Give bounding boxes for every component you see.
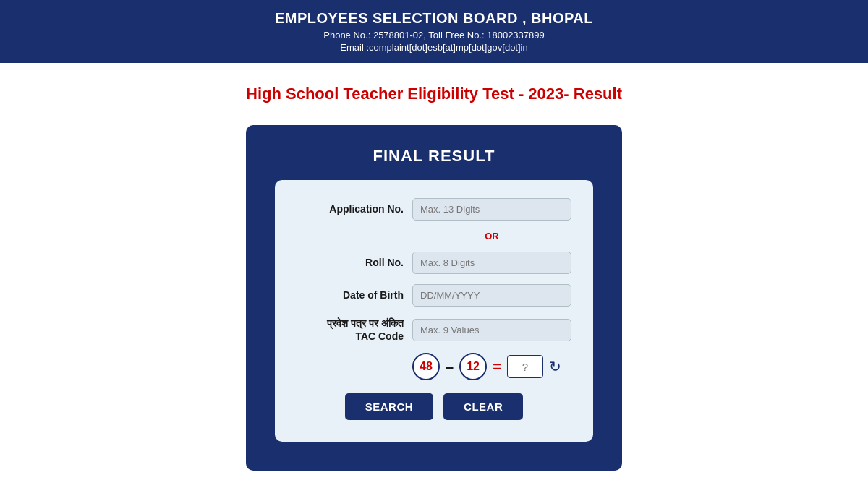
tac-label: प्रवेश पत्र पर अंकित TAC Code xyxy=(297,317,412,343)
captcha-num1: 48 xyxy=(412,353,440,380)
form-card-outer: FINAL RESULT Application No. OR Roll No.… xyxy=(246,125,622,471)
org-title: EMPLOYEES SELECTION BOARD , BHOPAL xyxy=(14,10,854,27)
application-label: Application No. xyxy=(297,202,412,215)
phone-info: Phone No.: 2578801-02, Toll Free No.: 18… xyxy=(14,30,854,40)
roll-label: Roll No. xyxy=(297,256,412,269)
roll-row: Roll No. xyxy=(297,252,571,274)
application-input[interactable] xyxy=(412,198,571,221)
dob-label: Date of Birth xyxy=(297,288,412,301)
captcha-operator: – xyxy=(446,359,454,375)
search-button[interactable]: SEARCH xyxy=(345,393,433,420)
tac-row: प्रवेश पत्र पर अंकित TAC Code xyxy=(297,317,571,343)
roll-input[interactable] xyxy=(412,252,571,274)
button-row: SEARCH CLEAR xyxy=(297,393,571,420)
captcha-answer-input[interactable] xyxy=(507,355,543,378)
application-row: Application No. xyxy=(297,198,571,221)
captcha-refresh-icon[interactable]: ↻ xyxy=(549,358,561,375)
form-card-title: FINAL RESULT xyxy=(275,147,593,166)
captcha-equals: = xyxy=(493,359,501,375)
email-info: Email :complaint[dot]esb[at]mp[dot]gov[d… xyxy=(14,42,854,53)
main-content: High School Teacher Eligibility Test - 2… xyxy=(0,63,868,485)
dob-row: Date of Birth xyxy=(297,284,571,307)
dob-input[interactable] xyxy=(412,284,571,307)
captcha-row: 48 – 12 = ↻ xyxy=(297,353,571,380)
or-text: OR xyxy=(412,231,571,241)
form-card-inner: Application No. OR Roll No. Date of Birt… xyxy=(275,180,593,442)
captcha-num2: 12 xyxy=(459,353,487,380)
page-header: EMPLOYEES SELECTION BOARD , BHOPAL Phone… xyxy=(0,0,868,63)
page-title: High School Teacher Eligibility Test - 2… xyxy=(246,85,622,103)
tac-input[interactable] xyxy=(412,319,571,341)
clear-button[interactable]: CLEAR xyxy=(443,393,523,420)
